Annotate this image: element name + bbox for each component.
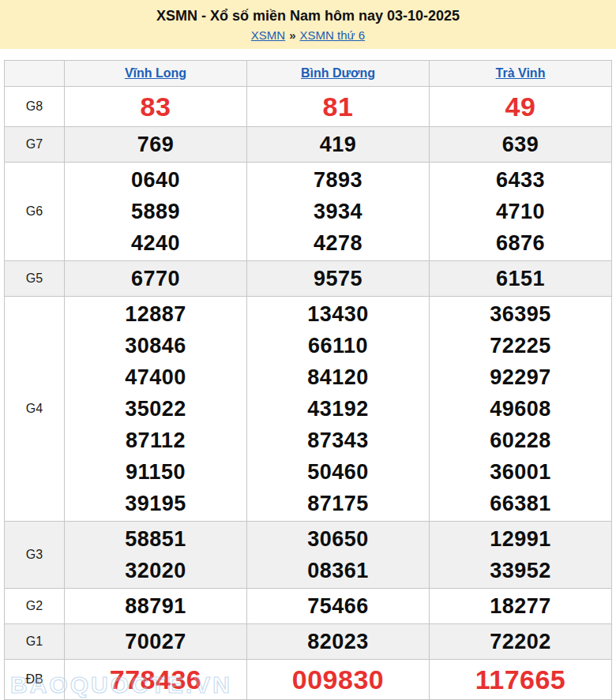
page-title: XSMN - Xổ số miền Nam hôm nay 03-10-2025 [0, 7, 616, 25]
prize-label: G8 [5, 87, 65, 127]
prize-cell: 82023 [247, 624, 430, 660]
prize-number: 36395 [430, 298, 611, 330]
page-header: XSMN - Xổ số miền Nam hôm nay 03-10-2025… [0, 0, 616, 49]
prize-number: 36001 [430, 456, 611, 488]
prize-number: 9575 [247, 263, 429, 294]
prize-number: 83 [65, 88, 246, 125]
prize-label: G4 [5, 297, 65, 522]
prize-cell: 117665 [430, 660, 612, 700]
prize-cell: 419 [247, 127, 430, 163]
prize-number: 30650 [247, 523, 429, 555]
prize-cell: 9575 [247, 261, 430, 297]
prize-number: 18277 [430, 590, 611, 622]
prize-cell: 789339344278 [247, 163, 430, 261]
prize-label: G1 [5, 624, 65, 660]
prize-number: 39195 [65, 488, 246, 519]
prize-cell: 6151 [430, 261, 612, 297]
prize-label: G5 [5, 261, 65, 297]
prize-cell: 5885132020 [65, 522, 247, 589]
prize-number: 4710 [430, 196, 611, 227]
results-table-container: Vĩnh LongBình DươngTrà Vinh G8838149G776… [4, 60, 612, 700]
prize-number: 72202 [430, 626, 611, 657]
prize-number: 13430 [247, 298, 429, 330]
prize-cell: 769 [65, 127, 247, 163]
breadcrumb-separator: » [289, 28, 295, 42]
prize-number: 117665 [430, 661, 611, 698]
prize-number: 50460 [247, 456, 429, 488]
corner-cell [5, 61, 65, 87]
breadcrumb-link-xsmn-thu6[interactable]: XSMN thứ 6 [300, 28, 366, 42]
prize-number: 769 [65, 129, 246, 160]
prize-number: 009830 [247, 661, 429, 698]
prize-number: 87343 [247, 425, 429, 456]
prize-number: 6770 [65, 263, 246, 294]
breadcrumb: XSMN»XSMN thứ 6 [0, 28, 616, 43]
prize-number: 5889 [65, 196, 246, 227]
prize-number: 7893 [247, 164, 429, 196]
prize-number: 58851 [65, 523, 246, 555]
prize-label: ĐB [5, 660, 65, 700]
prize-row-G8: G8838149 [5, 87, 612, 127]
prize-cell: 778436 [65, 660, 247, 700]
prize-cell: 36395722259229749608602283600166381 [430, 297, 612, 522]
prize-label: G6 [5, 163, 65, 261]
province-link[interactable]: Trà Vinh [496, 66, 546, 80]
breadcrumb-link-xsmn[interactable]: XSMN [251, 28, 285, 42]
prize-cell: 643347106876 [430, 163, 612, 261]
prize-number: 72225 [430, 330, 611, 361]
prize-number: 3934 [247, 196, 429, 227]
prize-cell: 70027 [65, 624, 247, 660]
prize-row-G1: G1700278202372202 [5, 624, 612, 660]
prize-number: 81 [247, 88, 429, 125]
prize-row-G5: G5677095756151 [5, 261, 612, 297]
prize-label: G7 [5, 127, 65, 163]
prize-cell: 72202 [430, 624, 612, 660]
prize-cell: 83 [65, 87, 247, 127]
prize-cell: 009830 [247, 660, 430, 700]
prize-number: 66110 [247, 330, 429, 361]
prize-number: 91150 [65, 456, 246, 488]
prize-number: 33952 [430, 555, 611, 586]
prize-number: 12887 [65, 298, 246, 330]
prize-number: 87175 [247, 488, 429, 519]
province-header-0: Vĩnh Long [65, 61, 247, 87]
prize-number: 639 [430, 129, 611, 160]
prize-number: 32020 [65, 555, 246, 586]
prize-label: G3 [5, 522, 65, 589]
prize-row-G4: G412887308464740035022871129115039195134… [5, 297, 612, 522]
prize-number: 30846 [65, 330, 246, 361]
province-header-2: Trà Vinh [430, 61, 612, 87]
prize-cell: 1299133952 [430, 522, 612, 589]
prize-number: 92297 [430, 361, 611, 393]
prize-number: 6433 [430, 164, 611, 196]
prize-number: 35022 [65, 393, 246, 425]
province-link[interactable]: Vĩnh Long [125, 66, 186, 80]
prize-number: 75466 [247, 590, 429, 622]
prize-number: 0640 [65, 164, 246, 196]
prize-cell: 18277 [430, 589, 612, 624]
prize-cell: 75466 [247, 589, 430, 624]
prize-number: 778436 [65, 661, 246, 698]
prize-number: 70027 [65, 626, 246, 657]
prize-number: 84120 [247, 361, 429, 393]
prize-number: 47400 [65, 361, 246, 393]
prize-cell: 49 [430, 87, 612, 127]
prize-number: 49608 [430, 393, 611, 425]
prize-number: 87112 [65, 425, 246, 456]
prize-number: 08361 [247, 555, 429, 586]
prize-row-G6: G6064058894240789339344278643347106876 [5, 163, 612, 261]
prize-row-G2: G2887917546618277 [5, 589, 612, 624]
province-link[interactable]: Bình Dương [301, 66, 375, 80]
results-table: Vĩnh LongBình DươngTrà Vinh G8838149G776… [4, 60, 612, 700]
prize-number: 4240 [65, 227, 246, 259]
prize-cell: 3065008361 [247, 522, 430, 589]
prize-number: 419 [247, 129, 429, 160]
prize-number: 12991 [430, 523, 611, 555]
prize-number: 6151 [430, 263, 611, 294]
prize-number: 88791 [65, 590, 246, 622]
prize-cell: 639 [430, 127, 612, 163]
prize-number: 4278 [247, 227, 429, 259]
province-header-1: Bình Dương [247, 61, 430, 87]
prize-cell: 064058894240 [65, 163, 247, 261]
prize-row-G7: G7769419639 [5, 127, 612, 163]
